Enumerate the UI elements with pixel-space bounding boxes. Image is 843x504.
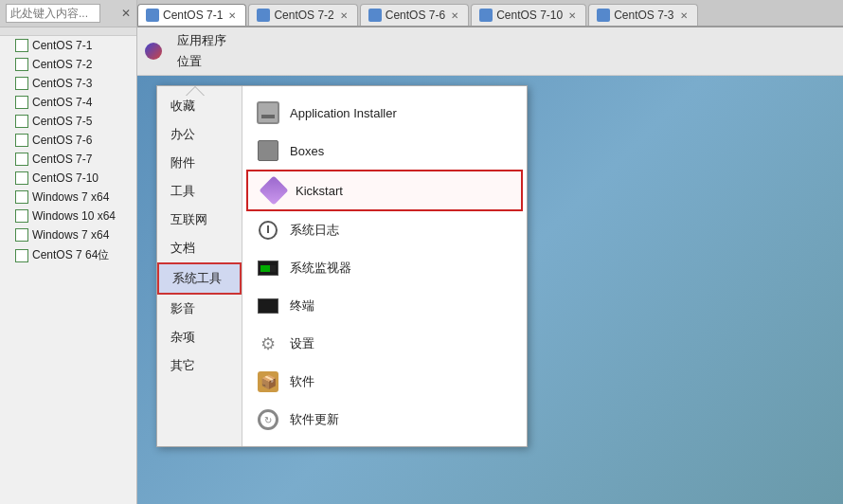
dropdown-right-item-3[interactable]: 系统日志 [242,211,527,249]
menu-items: 应用程序位置 [170,30,234,72]
app-label: Boxes [290,144,324,158]
log-icon [256,218,280,243]
installer-icon [256,100,280,125]
dropdown-left-item-6[interactable]: 系统工具 [157,262,242,295]
vm-icon [15,228,28,242]
vm-icon [15,171,28,185]
tab-1[interactable]: CentOS 7-2✕ [248,4,357,26]
sidebar-item-2[interactable]: CentOS 7-3 [0,74,136,93]
sidebar-item-3[interactable]: CentOS 7-4 [0,93,136,112]
dropdown-left-item-5[interactable]: 文档 [157,234,242,262]
vm-icon [15,39,28,52]
dropdown-left-item-9[interactable]: 其它 [157,351,242,380]
sidebar-item-1[interactable]: CentOS 7-2 [0,55,136,74]
vm-icon [15,209,28,223]
app-label: 软件更新 [290,411,339,428]
vm-icon [15,190,28,204]
dropdown-right-item-5[interactable]: 终端 [242,287,527,325]
vm-icon [15,58,28,71]
dropdown-left-item-2[interactable]: 附件 [157,149,242,177]
dropdown-left-item-7[interactable]: 影音 [157,295,242,323]
tab-icon [597,9,610,22]
tab-bar: CentOS 7-1✕CentOS 7-2✕CentOS 7-6✕CentOS … [137,0,843,27]
tab-icon [146,9,159,22]
menu-item-1[interactable]: 位置 [170,51,234,72]
sidebar-toolbar: ✕ [0,0,136,27]
tab-label: CentOS 7-1 [163,9,223,22]
app-label: 系统监视器 [290,260,351,277]
sidebar-item-4[interactable]: CentOS 7-5 [0,112,136,131]
sidebar-item-label: Windows 10 x64 [32,209,116,223]
tab-label: CentOS 7-6 [386,9,445,22]
tab-close-icon[interactable]: ✕ [451,10,458,21]
sidebar-item-5[interactable]: CentOS 7-6 [0,131,136,150]
sidebar-item-label: CentOS 7-10 [32,171,99,185]
dropdown-right-item-6[interactable]: ⚙设置 [242,325,527,363]
sidebar-item-9[interactable]: Windows 10 x64 [0,207,136,225]
app-logo [145,43,162,60]
app-label: Kickstart [296,184,343,198]
tab-2[interactable]: CentOS 7-6✕ [360,4,469,26]
tab-close-icon[interactable]: ✕ [568,10,576,21]
sidebar-item-label: CentOS 7-3 [32,77,92,90]
app-label: 设置 [290,335,314,352]
dropdown-left-item-4[interactable]: 互联网 [157,206,242,234]
dropdown-right-panel: Application InstallerBoxesKickstart系统日志系… [242,86,527,446]
dropdown-right-item-1[interactable]: Boxes [242,132,527,170]
sidebar-item-0[interactable]: CentOS 7-1 [0,36,136,55]
dropdown-right-item-0[interactable]: Application Installer [242,94,527,132]
tab-close-icon[interactable]: ✕ [228,10,236,21]
sidebar-item-10[interactable]: Windows 7 x64 [0,225,136,244]
sidebar-item-label: CentOS 7-4 [32,96,92,109]
tab-close-icon[interactable]: ✕ [680,10,688,21]
app-label: 终端 [290,297,314,315]
close-icon[interactable]: ✕ [121,7,131,20]
main-area: CentOS 7-1✕CentOS 7-2✕CentOS 7-6✕CentOS … [137,0,843,504]
search-input[interactable] [6,4,100,23]
dropdown-right-item-4[interactable]: 系统监视器 [242,249,527,287]
tab-4[interactable]: CentOS 7-3✕ [588,4,697,26]
boxes-icon [256,138,280,163]
kickstart-icon [261,178,286,203]
app-label: 系统日志 [290,222,339,239]
vm-icon [15,115,28,128]
software-icon: 📦 [256,369,280,394]
app-label: 软件 [290,373,314,390]
sidebar-item-7[interactable]: CentOS 7-10 [0,169,136,188]
sidebar-item-label: Windows 7 x64 [32,190,109,204]
vm-icon [15,249,28,262]
update-icon: ↻ [256,407,280,432]
tab-label: CentOS 7-2 [274,9,333,22]
menu-item-0[interactable]: 应用程序 [170,30,234,51]
dropdown-menu: 收藏办公附件工具互联网文档系统工具影音杂项其它 Application Inst… [156,85,528,447]
menu-bar: 应用程序位置 [137,27,843,76]
settings-icon: ⚙ [256,332,280,356]
tab-icon [257,9,270,22]
dropdown-left-item-3[interactable]: 工具 [157,177,242,206]
sidebar-item-8[interactable]: Windows 7 x64 [0,188,136,207]
dropdown-left-item-8[interactable]: 杂项 [157,323,242,351]
content-area: 收藏办公附件工具互联网文档系统工具影音杂项其它 Application Inst… [137,76,843,504]
sidebar-items-list: CentOS 7-1CentOS 7-2CentOS 7-3CentOS 7-4… [0,36,136,266]
tab-3[interactable]: CentOS 7-10✕ [471,4,586,26]
tab-icon [479,9,493,22]
dropdown-left-item-0[interactable]: 收藏 [157,92,242,120]
tab-icon [368,9,382,22]
dropdown-right-item-2[interactable]: Kickstart [246,170,523,211]
dropdown-left-item-1[interactable]: 办公 [157,120,242,149]
sidebar-item-label: CentOS 7-6 [32,134,92,147]
sidebar-item-6[interactable]: CentOS 7-7 [0,150,136,169]
sidebar-section-header [0,27,136,36]
sidebar: ✕ CentOS 7-1CentOS 7-2CentOS 7-3CentOS 7… [0,0,137,504]
vm-icon [15,77,28,90]
sidebar-item-label: CentOS 7-1 [32,39,92,52]
tab-label: CentOS 7-10 [496,9,563,22]
tab-0[interactable]: CentOS 7-1✕ [137,4,246,26]
dropdown-left-panel: 收藏办公附件工具互联网文档系统工具影音杂项其它 [157,86,242,446]
dropdown-right-item-8[interactable]: ↻软件更新 [242,401,527,439]
sidebar-item-11[interactable]: CentOS 7 64位 [0,244,136,266]
terminal-icon [256,294,280,318]
dropdown-right-item-7[interactable]: 📦软件 [242,363,527,401]
monitor-icon [256,256,280,280]
tab-close-icon[interactable]: ✕ [340,10,348,21]
